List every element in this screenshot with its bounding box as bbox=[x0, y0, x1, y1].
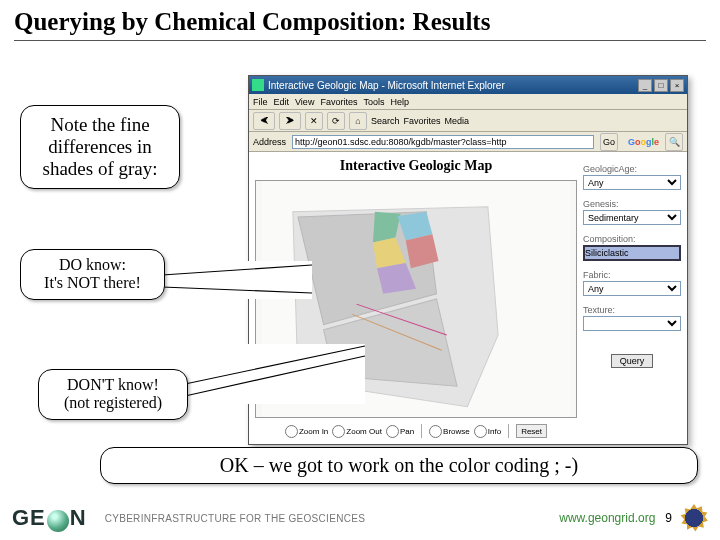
menu-item[interactable]: View bbox=[295, 97, 314, 107]
ie-icon bbox=[252, 79, 264, 91]
fabric-select[interactable]: Any bbox=[583, 281, 681, 296]
texture-select[interactable] bbox=[583, 316, 681, 331]
browser-titlebar: Interactive Geologic Map - Microsoft Int… bbox=[249, 76, 687, 94]
favorites-button[interactable]: Favorites bbox=[404, 116, 441, 126]
callout-dont-know: DON'T know! (not registered) bbox=[38, 369, 188, 420]
refresh-button[interactable]: ⟳ bbox=[327, 112, 345, 130]
menu-item[interactable]: Help bbox=[390, 97, 409, 107]
field-label-geologic-age: GeologicAge: bbox=[583, 164, 681, 174]
zoom-in-radio[interactable]: Zoom In bbox=[285, 425, 328, 438]
query-sidebar: GeologicAge: Any Genesis: Sedimentary Co… bbox=[581, 152, 687, 444]
menu-item[interactable]: Favorites bbox=[320, 97, 357, 107]
address-label: Address bbox=[253, 137, 286, 147]
browser-toolbar: ⮜ ⮞ ✕ ⟳ ⌂ Search Favorites Media bbox=[249, 110, 687, 132]
pan-radio[interactable]: Pan bbox=[386, 425, 414, 438]
google-search-icon[interactable]: 🔍 bbox=[665, 133, 683, 151]
go-button[interactable]: Go bbox=[600, 133, 618, 151]
callout-line: It's NOT there! bbox=[31, 274, 154, 292]
info-radio[interactable]: Info bbox=[474, 425, 501, 438]
back-button[interactable]: ⮜ bbox=[253, 112, 275, 130]
field-label-texture: Texture: bbox=[583, 305, 681, 315]
genesis-select[interactable]: Sedimentary bbox=[583, 210, 681, 225]
menu-item[interactable]: Tools bbox=[363, 97, 384, 107]
callout-bottom: OK – we got to work on the color coding … bbox=[100, 447, 698, 484]
map-title: Interactive Geologic Map bbox=[255, 158, 577, 174]
callout-line: (not registered) bbox=[49, 394, 177, 412]
callout-line: DO know: bbox=[31, 256, 154, 274]
footer-tagline: CYBERINFRASTRUCTURE FOR THE GEOSCIENCES bbox=[105, 513, 365, 524]
browser-addressbar: Address Go Google 🔍 bbox=[249, 132, 687, 152]
field-label-composition: Composition: bbox=[583, 234, 681, 244]
composition-input[interactable] bbox=[583, 245, 681, 261]
forward-button[interactable]: ⮞ bbox=[279, 112, 301, 130]
main-area: Note the fine differences in shades of g… bbox=[0, 49, 720, 459]
maximize-button[interactable]: □ bbox=[654, 79, 668, 92]
search-button[interactable]: Search bbox=[371, 116, 400, 126]
logo-text: GE bbox=[12, 505, 46, 531]
reset-button[interactable]: Reset bbox=[516, 424, 547, 438]
field-label-fabric: Fabric: bbox=[583, 270, 681, 280]
close-button[interactable]: × bbox=[670, 79, 684, 92]
media-button[interactable]: Media bbox=[445, 116, 470, 126]
callout-do-know: DO know: It's NOT there! bbox=[20, 249, 165, 300]
slide-footer: GEN CYBERINFRASTRUCTURE FOR THE GEOSCIEN… bbox=[12, 502, 708, 534]
browser-menubar: File Edit View Favorites Tools Help bbox=[249, 94, 687, 110]
minimize-button[interactable]: _ bbox=[638, 79, 652, 92]
field-label-genesis: Genesis: bbox=[583, 199, 681, 209]
map-toolbar: Zoom In Zoom Out Pan Browse Info Reset bbox=[255, 422, 577, 440]
stop-button[interactable]: ✕ bbox=[305, 112, 323, 130]
nsf-logo-icon bbox=[680, 504, 708, 532]
address-input[interactable] bbox=[292, 135, 594, 149]
window-title: Interactive Geologic Map - Microsoft Int… bbox=[268, 80, 505, 91]
home-button[interactable]: ⌂ bbox=[349, 112, 367, 130]
callout-line: DON'T know! bbox=[49, 376, 177, 394]
callout-pointer bbox=[162, 261, 312, 299]
query-button[interactable]: Query bbox=[611, 354, 654, 368]
callout-pointer bbox=[185, 344, 365, 404]
logo-text: N bbox=[70, 505, 87, 531]
slide-title: Querying by Chemical Composition: Result… bbox=[0, 0, 720, 40]
google-toolbar[interactable]: Google bbox=[628, 137, 659, 147]
footer-url: www.geongrid.org bbox=[559, 511, 655, 525]
globe-icon bbox=[47, 510, 69, 532]
menu-item[interactable]: File bbox=[253, 97, 268, 107]
browse-radio[interactable]: Browse bbox=[429, 425, 470, 438]
title-underline bbox=[14, 40, 706, 41]
zoom-out-radio[interactable]: Zoom Out bbox=[332, 425, 382, 438]
page-number: 9 bbox=[665, 511, 672, 525]
geologic-age-select[interactable]: Any bbox=[583, 175, 681, 190]
geon-logo: GEN bbox=[12, 505, 87, 531]
menu-item[interactable]: Edit bbox=[274, 97, 290, 107]
callout-note: Note the fine differences in shades of g… bbox=[20, 105, 180, 189]
